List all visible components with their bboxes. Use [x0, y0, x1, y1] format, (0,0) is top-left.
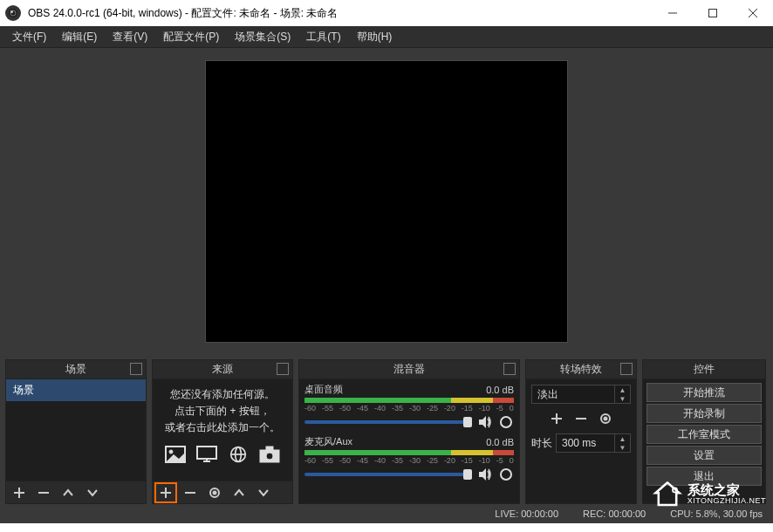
transition-select[interactable]: 淡出 ▲▼	[531, 385, 631, 404]
window-title: OBS 24.0.0-rc1 (64-bit, windows) - 配置文件:…	[28, 6, 653, 21]
add-source-button[interactable]	[154, 482, 177, 503]
window-controls	[653, 0, 773, 26]
controls-header: 控件	[643, 360, 765, 379]
sources-dock: 来源 您还没有添加任何源。 点击下面的 + 按钮， 或者右击此处添加一个。	[152, 359, 293, 504]
duration-input[interactable]: 300 ms ▲▼	[556, 433, 631, 453]
app-icon	[5, 5, 21, 21]
svg-marker-26	[479, 416, 486, 428]
svg-point-25	[214, 491, 216, 494]
popout-icon[interactable]	[620, 363, 633, 375]
duration-spinner[interactable]: ▲▼	[614, 434, 630, 452]
mixer-ticks: -60-55-50-45-40-35-30-25-20-15-10-50	[304, 404, 514, 413]
status-rec: REC: 00:00:00	[583, 508, 646, 519]
studio-mode-button[interactable]: 工作室模式	[646, 425, 762, 444]
speaker-icon[interactable]	[477, 414, 493, 430]
gear-icon[interactable]	[498, 467, 514, 482]
sources-empty-line: 您还没有添加任何源。	[158, 386, 287, 403]
start-streaming-button[interactable]: 开始推流	[646, 383, 762, 402]
svg-point-11	[169, 450, 173, 454]
controls-title: 控件	[694, 362, 715, 377]
svg-point-20	[266, 453, 273, 460]
move-source-down-button[interactable]	[252, 483, 275, 502]
camera-icon	[257, 444, 282, 465]
menu-profiles[interactable]: 配置文件(P)	[156, 26, 226, 48]
watermark: 系统之家 XITONGZHIJIA.NET	[653, 480, 766, 509]
svg-rect-4	[709, 10, 717, 17]
popout-icon[interactable]	[130, 363, 142, 375]
mixer-header: 混音器	[299, 360, 519, 379]
transitions-header: 转场特效	[526, 360, 636, 379]
window-titlebar: OBS 24.0.0-rc1 (64-bit, windows) - 配置文件:…	[0, 0, 773, 26]
transitions-title: 转场特效	[560, 362, 602, 377]
transitions-dock: 转场特效 淡出 ▲▼ 时长 300 ms ▲▼	[525, 359, 637, 504]
menubar: 文件(F) 编辑(E) 查看(V) 配置文件(P) 场景集合(S) 工具(T) …	[0, 26, 773, 47]
svg-rect-12	[197, 447, 216, 459]
display-icon	[195, 444, 219, 465]
svg-rect-19	[266, 447, 273, 451]
add-transition-button[interactable]	[546, 409, 567, 428]
transitions-body: 淡出 ▲▼ 时长 300 ms ▲▼	[526, 379, 636, 503]
menu-edit[interactable]: 编辑(E)	[55, 26, 104, 48]
svg-marker-37	[655, 482, 679, 505]
svg-point-28	[504, 420, 508, 424]
mixer-dock: 混音器 桌面音频 0.0 dB -60-55-50-45-40-35-30-25…	[298, 359, 520, 504]
mixer-channel-name: 桌面音频	[304, 383, 486, 396]
start-recording-button[interactable]: 开始录制	[646, 404, 762, 423]
select-spinner[interactable]: ▲▼	[614, 385, 630, 403]
transition-selected: 淡出	[532, 387, 614, 402]
mixer-ticks: -60-55-50-45-40-35-30-25-20-15-10-50	[304, 456, 514, 465]
scenes-toolbar	[6, 481, 146, 503]
mixer-title: 混音器	[393, 362, 425, 377]
svg-marker-29	[479, 468, 486, 481]
menu-help[interactable]: 帮助(H)	[350, 26, 400, 48]
watermark-en: XITONGZHIJIA.NET	[687, 497, 766, 506]
mixer-meter	[304, 450, 514, 455]
gear-icon[interactable]	[498, 414, 514, 430]
move-scene-up-button[interactable]	[57, 483, 79, 502]
remove-scene-button[interactable]	[32, 483, 55, 502]
popout-icon[interactable]	[277, 363, 289, 375]
mixer-channel-db: 0.0 dB	[486, 385, 514, 395]
move-scene-down-button[interactable]	[81, 483, 104, 502]
move-source-up-button[interactable]	[228, 483, 250, 502]
sources-empty-line: 点击下面的 + 按钮，	[158, 403, 287, 419]
sources-empty-line: 或者右击此处添加一个。	[158, 419, 287, 436]
globe-icon	[226, 444, 250, 465]
transition-properties-button[interactable]	[595, 409, 616, 428]
volume-slider[interactable]	[304, 473, 472, 476]
menu-tools[interactable]: 工具(T)	[299, 26, 347, 48]
scenes-title: 场景	[65, 362, 86, 377]
menu-file[interactable]: 文件(F)	[5, 26, 53, 48]
sources-hint-icons	[153, 440, 292, 470]
speaker-icon[interactable]	[477, 467, 493, 482]
popout-icon[interactable]	[503, 363, 516, 375]
scene-item[interactable]: 场景	[6, 379, 146, 401]
preview-canvas[interactable]	[205, 60, 568, 343]
sources-list[interactable]: 您还没有添加任何源。 点击下面的 + 按钮， 或者右击此处添加一个。	[153, 379, 292, 481]
settings-button[interactable]: 设置	[646, 446, 762, 465]
scenes-header: 场景	[6, 360, 146, 379]
status-live: LIVE: 00:00:00	[495, 508, 558, 519]
volume-slider[interactable]	[304, 420, 472, 424]
maximize-button[interactable]	[693, 0, 733, 26]
duration-label: 时长	[531, 436, 552, 451]
source-properties-button[interactable]	[203, 483, 226, 502]
mixer-body: 桌面音频 0.0 dB -60-55-50-45-40-35-30-25-20-…	[299, 379, 519, 503]
scenes-list[interactable]: 场景	[6, 379, 146, 481]
duration-value: 300 ms	[557, 434, 614, 452]
mixer-channel-mic: 麦克风/Aux 0.0 dB -60-55-50-45-40-35-30-25-…	[304, 435, 514, 482]
close-button[interactable]	[733, 0, 773, 26]
remove-source-button[interactable]	[179, 483, 202, 502]
mixer-channel-name: 麦克风/Aux	[304, 435, 486, 448]
remove-transition-button[interactable]	[571, 409, 592, 428]
minimize-button[interactable]	[653, 0, 693, 26]
mixer-meter	[304, 398, 514, 403]
sources-toolbar	[153, 481, 292, 503]
mixer-channel-desktop: 桌面音频 0.0 dB -60-55-50-45-40-35-30-25-20-…	[304, 383, 514, 430]
svg-point-0	[9, 9, 17, 17]
mixer-channel-db: 0.0 dB	[486, 437, 514, 447]
add-scene-button[interactable]	[8, 483, 31, 502]
menu-view[interactable]: 查看(V)	[106, 26, 154, 48]
preview-area	[0, 47, 773, 354]
menu-scene-collections[interactable]: 场景集合(S)	[228, 26, 298, 48]
